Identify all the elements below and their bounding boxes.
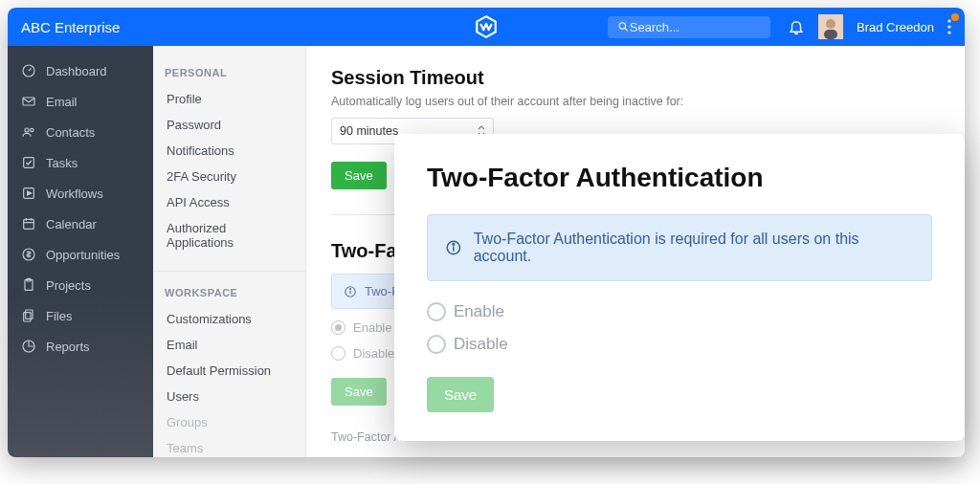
svg-point-8 [947, 31, 950, 33]
nav-item-calendar[interactable]: Calendar [8, 209, 153, 239]
username[interactable]: Brad Creedon [857, 20, 934, 34]
svg-point-12 [31, 128, 33, 131]
subnav-personal-header: PERSONAL [165, 67, 294, 78]
bell-icon[interactable] [788, 18, 805, 35]
dollar-circle-icon [21, 247, 36, 262]
files-icon [21, 308, 36, 323]
subnav: PERSONAL Profile Password Notifications … [153, 46, 306, 457]
search-box[interactable] [608, 16, 770, 38]
users-icon [21, 124, 36, 140]
radio-label: Enable [353, 320, 391, 335]
topbar: ABC Enterprise Brad Creedon [8, 8, 965, 46]
nav-item-label: Workflows [46, 187, 103, 201]
radio-label: Disable [454, 335, 508, 354]
svg-point-30 [453, 243, 455, 245]
svg-line-2 [625, 29, 628, 32]
search-input[interactable] [630, 20, 761, 34]
select-value: 90 minutes [340, 124, 398, 138]
svg-rect-23 [24, 313, 31, 321]
nav-item-projects[interactable]: Projects [8, 270, 153, 300]
radio-icon [427, 302, 446, 321]
nav-item-label: Reports [46, 340, 90, 354]
search-icon [617, 20, 630, 33]
popup-title: Two-Factor Authentication [427, 163, 932, 193]
nav-item-label: Projects [46, 278, 91, 293]
svg-point-1 [619, 23, 625, 29]
svg-rect-15 [24, 219, 34, 229]
nav-item-tasks[interactable]: Tasks [8, 147, 153, 178]
subnav-item-password[interactable]: Password [165, 112, 294, 138]
nav-item-label: Opportunities [46, 248, 120, 262]
subnav-item-api[interactable]: API Access [165, 189, 294, 215]
svg-rect-5 [824, 30, 837, 39]
notification-dot-icon [951, 13, 959, 21]
svg-point-27 [349, 288, 350, 289]
subnav-item-teams[interactable]: Teams [165, 435, 294, 457]
nav-item-workflows[interactable]: Workflows [8, 178, 153, 209]
nav-item-contacts[interactable]: Contacts [8, 117, 153, 147]
clipboard-icon [21, 277, 36, 293]
nav-item-files[interactable]: Files [8, 300, 153, 331]
save-button[interactable]: Save [331, 162, 387, 189]
calendar-icon [21, 216, 36, 231]
avatar[interactable] [818, 14, 843, 39]
radio-label: Disable [353, 346, 394, 361]
subnav-item-email[interactable]: Email [165, 332, 294, 358]
subnav-item-customizations[interactable]: Customizations [165, 306, 294, 332]
subnav-item-notifications[interactable]: Notifications [165, 138, 294, 164]
svg-point-6 [947, 19, 950, 22]
radio-icon [331, 346, 345, 361]
nav-item-email[interactable]: Email [8, 86, 153, 117]
svg-marker-0 [477, 16, 496, 37]
svg-point-4 [826, 19, 835, 29]
popup-save-button[interactable]: Save [427, 377, 494, 412]
callout-text: Two-Factor Authentication is required fo… [474, 231, 914, 265]
nav-item-label: Dashboard [46, 64, 107, 78]
subnav-workspace-header: WORKSPACE [165, 287, 294, 298]
svg-rect-22 [26, 310, 33, 319]
nav-left: Dashboard Email Contacts Tasks Workflows… [8, 46, 153, 457]
company-name: ABC Enterprise [21, 19, 120, 35]
radio-enable[interactable]: Enable [427, 302, 932, 321]
subnav-item-2fa[interactable]: 2FA Security [165, 164, 294, 189]
radio-icon [427, 335, 446, 354]
radio-disable[interactable]: Disable [427, 335, 932, 354]
svg-point-7 [947, 25, 950, 28]
svg-point-11 [25, 128, 29, 132]
radio-label: Enable [454, 302, 504, 321]
nav-item-label: Tasks [46, 156, 78, 170]
subnav-item-profile[interactable]: Profile [165, 86, 294, 112]
subnav-item-groups[interactable]: Groups [165, 409, 294, 435]
svg-rect-13 [24, 158, 34, 168]
nav-item-label: Email [46, 95, 78, 109]
nav-item-label: Files [46, 309, 72, 323]
nav-item-dashboard[interactable]: Dashboard [8, 55, 153, 86]
app-logo [474, 14, 499, 39]
nav-item-reports[interactable]: Reports [8, 331, 153, 362]
nav-item-label: Contacts [46, 125, 95, 140]
info-icon [344, 285, 357, 298]
info-icon [445, 239, 462, 256]
radio-icon [331, 320, 345, 335]
tfa-popup: Two-Factor Authentication Two-Factor Aut… [394, 134, 965, 441]
subnav-item-auth-apps[interactable]: Authorized Applications [165, 215, 294, 255]
subnav-item-users[interactable]: Users [165, 384, 294, 409]
subnav-item-default-permission[interactable]: Default Permission [165, 358, 294, 384]
nav-item-opportunities[interactable]: Opportunities [8, 239, 153, 270]
check-square-icon [21, 155, 36, 170]
gauge-icon [21, 63, 36, 78]
mail-icon [21, 94, 36, 109]
divider [153, 271, 305, 272]
nav-item-label: Calendar [46, 217, 97, 231]
play-square-icon [21, 186, 36, 201]
session-timeout-sub: Automatically log users out of their acc… [331, 95, 940, 108]
pie-chart-icon [21, 339, 36, 354]
more-icon[interactable] [947, 19, 951, 34]
popup-callout: Two-Factor Authentication is required fo… [427, 214, 932, 281]
session-timeout-title: Session Timeout [331, 67, 940, 89]
save-button-disabled: Save [331, 378, 387, 406]
